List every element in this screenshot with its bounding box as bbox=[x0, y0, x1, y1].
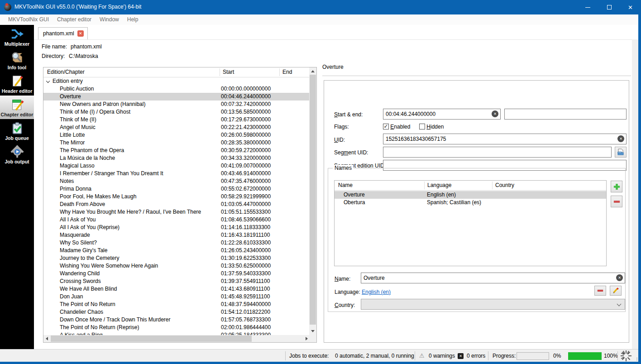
column-country[interactable]: Country bbox=[495, 182, 514, 188]
chapter-row[interactable]: Masquerade 01:16:43.181911100 bbox=[43, 231, 309, 239]
job-queue-icon bbox=[10, 120, 25, 136]
chapter-row[interactable]: Angel of Music 00:22:21.423000000 bbox=[43, 124, 309, 131]
chapter-row[interactable]: Think of Me (I) / Opera Ghost 00:13:56.5… bbox=[43, 108, 309, 116]
chapter-row[interactable]: Prima Donna 00:55:02.672000000 bbox=[43, 185, 309, 193]
chapter-tree: Edition/Chapter Start End Edition entry … bbox=[43, 67, 317, 343]
chapter-row[interactable]: The Phantom of the Opera 00:30:59.272000… bbox=[43, 147, 309, 154]
segment-uid-input[interactable] bbox=[383, 147, 612, 158]
chapter-row[interactable]: Magical Lasso 00:41:09.007000000 bbox=[43, 162, 309, 170]
column-language[interactable]: Language bbox=[427, 182, 451, 188]
sidebar-item-info-tool[interactable]: Info tool bbox=[0, 48, 34, 72]
chapter-row[interactable]: We Have All Been Blind 01:41:43.68091110… bbox=[43, 285, 309, 293]
job-output-icon bbox=[10, 144, 25, 159]
chapter-row[interactable]: All I Ask of You (Reprise) 01:14:16.1183… bbox=[43, 224, 309, 231]
chapter-row[interactable]: The Mirror 00:28:35.380000000 bbox=[43, 139, 309, 147]
remove-name-button[interactable] bbox=[611, 196, 622, 207]
language-link[interactable]: English (en) bbox=[362, 289, 391, 295]
uid-input[interactable] bbox=[383, 134, 627, 144]
add-name-button[interactable] bbox=[611, 181, 622, 192]
clear-start-icon[interactable]: ✕ bbox=[492, 110, 498, 117]
column-start[interactable]: Start bbox=[223, 69, 234, 75]
chapter-row[interactable]: New Owners and Patron (Hannibal) 00:07:3… bbox=[43, 101, 309, 108]
chapter-row-list: Public Auction 00:00:00.000000000 Overtu… bbox=[43, 85, 309, 335]
sidebar-item-job-output[interactable]: Job output bbox=[0, 143, 34, 166]
sidebar-item-header-editor[interactable]: Header editor bbox=[0, 72, 34, 96]
collapse-chevron-icon[interactable] bbox=[46, 79, 50, 83]
tab-phantom-xml[interactable]: phantom.xml ✕ bbox=[38, 27, 88, 39]
chapter-row[interactable]: Death From Above 01:03:05.447000000 bbox=[43, 201, 309, 208]
sidebar-item-multiplexer[interactable]: Multiplexer bbox=[0, 25, 34, 48]
minimize-button[interactable] bbox=[577, 0, 598, 14]
chapter-row[interactable]: La Música de la Noche 00:34:33.320000000 bbox=[43, 154, 309, 162]
chapter-row[interactable]: Public Auction 00:00:00.000000000 bbox=[43, 85, 309, 93]
clear-uid-icon[interactable]: ✕ bbox=[617, 135, 624, 142]
chapter-row[interactable]: Why So Silent? 01:22:28.610333300 bbox=[43, 239, 309, 247]
maximize-button[interactable] bbox=[598, 0, 620, 14]
current-progress-bar bbox=[517, 352, 549, 360]
close-button[interactable]: ✕ bbox=[620, 0, 641, 14]
chapter-row[interactable]: Journey to the Cemetery 01:30:19.6225333… bbox=[43, 254, 309, 262]
chapter-row[interactable]: Down Once More / Track Down This Murdere… bbox=[43, 316, 309, 324]
name-field: ✕ bbox=[361, 273, 625, 283]
pencil-icon bbox=[612, 287, 619, 294]
chapter-row[interactable]: Wandering Child 01:37:59.540333300 bbox=[43, 270, 309, 278]
chapter-row[interactable]: Think of Me (II) 00:17:29.673000000 bbox=[43, 116, 309, 124]
chapter-row[interactable]: Why Have You Brought Me Here? / Raoul, I… bbox=[43, 208, 309, 216]
name-input[interactable] bbox=[361, 273, 625, 283]
name-row[interactable]: Overture English (en) bbox=[335, 191, 606, 199]
column-name[interactable]: Name bbox=[338, 182, 353, 188]
edition-entry-row[interactable]: Edition entry bbox=[43, 77, 309, 85]
chapter-row[interactable]: A Kiss and a Ring 02:05:25.184333300 bbox=[43, 331, 309, 335]
chapter-row[interactable]: Chandelier Chaos 01:54:12.011822200 bbox=[43, 308, 309, 316]
scroll-left-icon[interactable] bbox=[46, 337, 48, 340]
scroll-down-icon[interactable] bbox=[311, 330, 315, 332]
file-name-value: phantom.xml bbox=[71, 43, 102, 50]
enabled-checkbox[interactable]: Enabled bbox=[383, 124, 410, 130]
read-segment-uid-button[interactable] bbox=[615, 147, 627, 158]
scroll-right-icon[interactable] bbox=[306, 337, 308, 340]
menu-window[interactable]: Window bbox=[96, 14, 123, 25]
chapter-row[interactable]: I Remember / Stranger Than You Dreamt It… bbox=[43, 170, 309, 177]
start-input[interactable] bbox=[383, 109, 501, 120]
country-select[interactable] bbox=[361, 299, 625, 310]
app-window: MKVToolNix GUI v55.0.0 ('Waiting For Spa… bbox=[0, 0, 641, 364]
clear-name-icon[interactable]: ✕ bbox=[616, 274, 623, 281]
scroll-up-icon[interactable] bbox=[311, 70, 315, 72]
chapter-row[interactable]: The Point of No Return (Reprise) 02:00:0… bbox=[43, 324, 309, 331]
chapter-row[interactable]: Don Juan 01:45:48.925911100 bbox=[43, 293, 309, 301]
tree-vertical-scrollbar[interactable] bbox=[309, 67, 316, 335]
menu-chapter-editor[interactable]: Chapter editor bbox=[53, 14, 96, 25]
name-row[interactable]: Obertura Spanish; Castilian (es) bbox=[335, 199, 606, 206]
chapter-row[interactable]: All I Ask of You 01:08:46.539066600 bbox=[43, 216, 309, 224]
sidebar-item-chapter-editor[interactable]: Chapter editor bbox=[0, 96, 34, 119]
chapter-row[interactable]: Little Lotte 00:26:00.598000000 bbox=[43, 131, 309, 139]
chapter-row[interactable]: Poor Fool, He Makes Me Laugh 00:58:29.92… bbox=[43, 193, 309, 201]
chapter-row[interactable]: Notes 00:47:35.476000000 bbox=[43, 177, 309, 185]
chapter-row[interactable]: The Point of No Return 01:48:37.59440000… bbox=[43, 301, 309, 308]
minimize-icon bbox=[585, 7, 590, 8]
menu-help[interactable]: Help bbox=[123, 14, 143, 25]
names-group-label: Names bbox=[333, 165, 354, 171]
tree-vscroll-thumb[interactable] bbox=[310, 75, 316, 325]
chapter-editor-icon bbox=[10, 97, 25, 112]
column-edition-chapter[interactable]: Edition/Chapter bbox=[47, 69, 85, 75]
edit-language-button[interactable] bbox=[610, 286, 622, 296]
hidden-checkbox-icon[interactable] bbox=[419, 124, 425, 129]
enabled-checkbox-icon[interactable] bbox=[383, 124, 389, 129]
chapter-row[interactable]: Wishing You Were Somehow Here Again 01:3… bbox=[43, 262, 309, 270]
chapter-row[interactable]: Overture 00:04:46.244000000 bbox=[43, 93, 309, 101]
tree-hscroll-thumb[interactable] bbox=[51, 335, 252, 342]
start-field: ✕ bbox=[383, 109, 501, 120]
column-end[interactable]: End bbox=[282, 69, 292, 75]
uid-label: UID: bbox=[334, 137, 345, 143]
sidebar-item-job-queue[interactable]: Job queue bbox=[0, 119, 34, 143]
tab-close-icon[interactable]: ✕ bbox=[77, 30, 84, 37]
chapter-row[interactable]: Madame Giry's Tale 01:26:05.243400000 bbox=[43, 247, 309, 254]
tree-horizontal-scrollbar[interactable] bbox=[43, 335, 310, 342]
end-input[interactable] bbox=[504, 109, 627, 120]
menu-mkvtoolnix-gui[interactable]: MKVToolNix GUI bbox=[4, 14, 53, 25]
main-content: phantom.xml ✕ File name: phantom.xml Dir… bbox=[34, 25, 638, 349]
hidden-checkbox[interactable]: Hidden bbox=[419, 124, 444, 130]
remove-language-button[interactable] bbox=[594, 286, 606, 296]
chapter-row[interactable]: Crossing Swords 01:39:37.554911100 bbox=[43, 278, 309, 285]
